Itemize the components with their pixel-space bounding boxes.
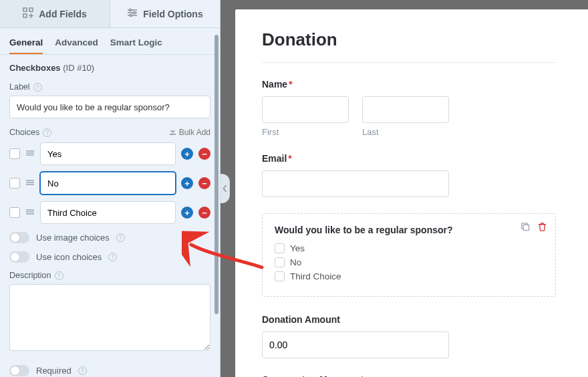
email-label: Email* <box>262 153 556 164</box>
bulk-add-button[interactable]: Bulk Add <box>169 128 210 137</box>
subtab-smart-logic[interactable]: Smart Logic <box>110 31 162 54</box>
svg-rect-0 <box>23 8 27 11</box>
field-id: (ID #10) <box>63 63 94 73</box>
form-title: Donation <box>262 29 556 50</box>
svg-rect-1 <box>29 8 33 11</box>
svg-point-5 <box>130 14 132 16</box>
description-caption-row: Description ? <box>9 271 210 280</box>
label-caption-row: Label ? <box>9 82 210 92</box>
checkbox-icon <box>275 257 285 267</box>
amount-label: Donation Amount <box>262 314 556 325</box>
checkbox-option[interactable]: Third Choice <box>275 271 543 281</box>
tab-field-options[interactable]: Field Options <box>110 0 220 27</box>
download-icon <box>169 128 176 137</box>
choice-text-input[interactable] <box>40 201 176 224</box>
image-choices-toggle[interactable] <box>9 232 29 243</box>
checkbox-option-label: Third Choice <box>290 271 341 281</box>
svg-point-4 <box>134 11 136 13</box>
add-choice-button[interactable]: + <box>181 177 193 189</box>
preview-page: Donation Name* First Last <box>235 9 588 377</box>
subtab-general[interactable]: General <box>9 31 43 54</box>
svg-point-3 <box>130 9 132 11</box>
add-choice-button[interactable]: + <box>181 148 193 160</box>
checkbox-option-label: No <box>290 257 301 267</box>
required-label: Required <box>36 366 71 376</box>
checkbox-option[interactable]: Yes <box>275 243 543 253</box>
field-name[interactable]: Name* First Last <box>262 79 556 137</box>
checkbox-option-label: Yes <box>290 243 305 253</box>
checkbox-option[interactable]: No <box>275 257 543 267</box>
choice-default-checkbox[interactable] <box>9 178 20 188</box>
required-row: Required ? <box>9 365 210 376</box>
panel-body: Checkboxes (ID #10) Label ? Choices ? Bu… <box>0 55 220 377</box>
panel-subtabs: General Advanced Smart Logic <box>0 28 220 55</box>
field-checkboxes-selected[interactable]: Would you like to be a regular sponsor? … <box>262 213 556 297</box>
icon-choices-label: Use icon choices <box>36 252 102 262</box>
first-name-input[interactable] <box>262 96 349 123</box>
choice-row: +− <box>9 201 210 224</box>
first-name-caption: First <box>262 127 349 137</box>
choice-text-input[interactable] <box>40 172 176 195</box>
required-mark: * <box>288 153 291 164</box>
help-icon[interactable]: ? <box>78 366 87 375</box>
preview-stage: Donation Name* First Last <box>220 0 588 377</box>
field-comment[interactable]: Comment or Message* <box>262 374 556 377</box>
panel-scrollbar[interactable] <box>214 35 218 376</box>
label-input[interactable] <box>9 96 210 118</box>
tab-add-fields[interactable]: Add Fields <box>0 0 110 27</box>
divider <box>262 62 556 63</box>
required-mark: * <box>289 79 292 90</box>
icon-choices-row: Use icon choices ? <box>9 251 210 263</box>
email-input[interactable] <box>262 170 449 197</box>
delete-field-button[interactable] <box>537 222 547 234</box>
choice-text-input[interactable] <box>40 142 176 165</box>
field-amount[interactable]: Donation Amount <box>262 314 556 358</box>
last-name-caption: Last <box>362 127 449 137</box>
description-caption: Description <box>9 271 51 280</box>
remove-choice-button[interactable]: − <box>198 177 210 189</box>
image-choices-label: Use image choices <box>36 233 110 243</box>
help-icon[interactable]: ? <box>33 83 42 92</box>
choices-caption-row: Choices ? <box>9 128 51 137</box>
duplicate-field-button[interactable] <box>521 222 531 234</box>
scrollbar-thumb[interactable] <box>214 35 218 314</box>
help-icon[interactable]: ? <box>43 128 51 137</box>
choice-row: +− <box>9 142 210 165</box>
field-type: Checkboxes <box>9 63 61 73</box>
drag-handle-icon[interactable] <box>25 207 35 219</box>
field-email[interactable]: Email* <box>262 153 556 197</box>
choices-caption: Choices <box>9 128 39 137</box>
name-label: Name* <box>262 79 556 90</box>
remove-choice-button[interactable]: − <box>198 207 210 219</box>
choice-default-checkbox[interactable] <box>9 148 20 159</box>
label-caption: Label <box>9 82 30 92</box>
amount-input[interactable] <box>262 332 449 358</box>
drag-handle-icon[interactable] <box>25 178 35 189</box>
panel-primary-tabs: Add Fields Field Options <box>0 0 220 28</box>
drag-handle-icon[interactable] <box>25 148 35 160</box>
required-mark: * <box>360 374 363 377</box>
help-icon[interactable]: ? <box>55 271 63 280</box>
panel-collapse-handle[interactable] <box>220 174 230 203</box>
help-icon[interactable]: ? <box>116 233 125 242</box>
plus-grid-icon <box>23 7 33 20</box>
image-choices-row: Use image choices ? <box>9 232 210 243</box>
add-choice-button[interactable]: + <box>181 207 193 219</box>
required-toggle[interactable] <box>9 365 29 376</box>
last-name-input[interactable] <box>362 96 449 123</box>
checkbox-icon <box>275 271 285 281</box>
subtab-advanced[interactable]: Advanced <box>55 31 98 54</box>
checkbox-field-label: Would you like to be a regular sponsor? <box>275 225 543 235</box>
tab-add-fields-label: Add Fields <box>39 9 87 19</box>
bulk-add-label: Bulk Add <box>179 128 210 137</box>
comment-label: Comment or Message* <box>262 374 556 377</box>
icon-choices-toggle[interactable] <box>9 251 29 263</box>
description-textarea[interactable] <box>9 284 210 351</box>
sliders-icon <box>127 7 138 20</box>
remove-choice-button[interactable]: − <box>198 148 210 160</box>
tab-field-options-label: Field Options <box>143 9 202 19</box>
builder-panel: Add Fields Field Options General Advance… <box>0 0 220 377</box>
choice-default-checkbox[interactable] <box>9 207 20 218</box>
help-icon[interactable]: ? <box>108 253 117 261</box>
svg-rect-2 <box>23 14 27 17</box>
